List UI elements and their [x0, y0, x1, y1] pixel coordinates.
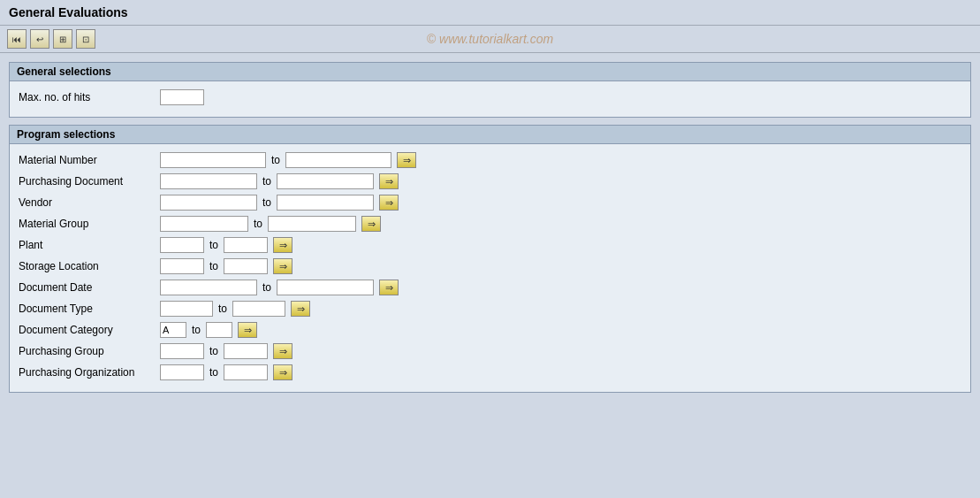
prog-sel-from-4[interactable] — [160, 237, 204, 253]
max-hits-input[interactable] — [160, 89, 204, 105]
prog-sel-from-8[interactable] — [160, 322, 186, 338]
watermark: © www.tutorialkart.com — [427, 32, 553, 46]
to-label-10: to — [209, 366, 218, 379]
prog-sel-label-2: Vendor — [19, 196, 160, 209]
prog-sel-from-9[interactable] — [160, 343, 204, 359]
arrow-btn-4[interactable]: ⇒ — [273, 237, 292, 253]
max-hits-label: Max. no. of hits — [19, 91, 160, 103]
prog-sel-to-1[interactable] — [277, 173, 374, 189]
prog-sel-from-3[interactable] — [160, 216, 248, 232]
arrow-btn-5[interactable]: ⇒ — [273, 258, 292, 274]
prog-sel-label-3: Material Group — [19, 218, 160, 230]
general-selections-body: Max. no. of hits — [10, 81, 970, 117]
to-label-6: to — [262, 281, 271, 294]
arrow-btn-9[interactable]: ⇒ — [273, 343, 292, 359]
prog-sel-from-0[interactable] — [160, 152, 266, 168]
prog-sel-from-7[interactable] — [160, 301, 213, 317]
prog-sel-from-2[interactable] — [160, 195, 257, 211]
arrow-btn-10[interactable]: ⇒ — [273, 364, 292, 380]
prog-sel-label-0: Material Number — [19, 154, 160, 166]
prog-sel-label-5: Storage Location — [19, 260, 160, 272]
prog-sel-row: Vendorto⇒ — [19, 194, 961, 211]
prog-sel-to-7[interactable] — [232, 301, 285, 317]
arrow-btn-6[interactable]: ⇒ — [379, 280, 399, 295]
to-label-4: to — [209, 239, 218, 251]
program-selections-header: Program selections — [10, 126, 970, 144]
to-label-9: to — [209, 345, 218, 357]
prog-sel-label-10: Purchasing Organization — [19, 366, 160, 379]
prog-sel-to-0[interactable] — [285, 152, 391, 168]
arrow-btn-3[interactable]: ⇒ — [361, 216, 381, 232]
prog-sel-label-4: Plant — [19, 239, 160, 251]
toolbar: ⏮ ↩ ⊞ ⊡ © www.tutorialkart.com — [0, 26, 980, 53]
prog-sel-row: Document Typeto⇒ — [19, 300, 961, 318]
prog-sel-row: Purchasing Documentto⇒ — [19, 172, 961, 190]
title-bar: General Evaluations — [0, 0, 980, 26]
arrow-btn-2[interactable]: ⇒ — [379, 195, 399, 211]
to-label-8: to — [192, 324, 201, 336]
arrow-btn-1[interactable]: ⇒ — [379, 173, 399, 189]
toolbar-btn-4[interactable]: ⊡ — [76, 29, 95, 49]
prog-sel-from-1[interactable] — [160, 173, 257, 189]
prog-sel-label-8: Document Category — [19, 324, 160, 336]
arrow-btn-8[interactable]: ⇒ — [238, 322, 257, 338]
prog-sel-to-6[interactable] — [277, 280, 374, 295]
toolbar-btn-3[interactable]: ⊞ — [53, 29, 72, 49]
to-label-0: to — [271, 154, 280, 166]
main-content: General selections Max. no. of hits Prog… — [0, 53, 980, 409]
arrow-btn-7[interactable]: ⇒ — [291, 301, 310, 317]
prog-sel-label-6: Document Date — [19, 281, 160, 294]
toolbar-btn-2[interactable]: ↩ — [30, 29, 49, 49]
arrow-btn-0[interactable]: ⇒ — [397, 152, 416, 168]
general-selections-header: General selections — [10, 63, 970, 81]
general-selections-section: General selections Max. no. of hits — [9, 62, 971, 118]
to-label-7: to — [218, 303, 227, 315]
prog-sel-to-3[interactable] — [268, 216, 356, 232]
prog-sel-label-7: Document Type — [19, 303, 160, 315]
to-label-2: to — [262, 196, 271, 209]
prog-sel-from-10[interactable] — [160, 364, 204, 380]
prog-sel-to-5[interactable] — [224, 258, 268, 274]
prog-sel-row: Material Numberto⇒ — [19, 151, 961, 169]
prog-sel-from-6[interactable] — [160, 280, 257, 295]
prog-sel-to-4[interactable] — [224, 237, 268, 253]
toolbar-btn-1[interactable]: ⏮ — [7, 29, 27, 49]
program-selections-section: Program selections Material Numberto⇒Pur… — [9, 125, 971, 393]
prog-sel-row: Material Groupto⇒ — [19, 215, 961, 233]
prog-sel-to-8[interactable] — [206, 322, 232, 338]
max-hits-row: Max. no. of hits — [19, 88, 961, 106]
prog-sel-label-1: Purchasing Document — [19, 175, 160, 188]
prog-sel-row: Storage Locationto⇒ — [19, 257, 961, 275]
prog-sel-row: Purchasing Organizationto⇒ — [19, 364, 961, 381]
prog-sel-row: Document Categoryto⇒ — [19, 321, 961, 339]
prog-sel-row: Plantto⇒ — [19, 236, 961, 254]
prog-sel-to-2[interactable] — [277, 195, 374, 211]
to-label-3: to — [254, 218, 262, 230]
prog-sel-to-10[interactable] — [224, 364, 268, 380]
program-selections-body: Material Numberto⇒Purchasing Documentto⇒… — [10, 144, 970, 392]
prog-sel-to-9[interactable] — [224, 343, 268, 359]
page-title: General Evaluations — [9, 5, 128, 19]
to-label-5: to — [209, 260, 218, 272]
to-label-1: to — [262, 175, 271, 188]
prog-sel-label-9: Purchasing Group — [19, 345, 160, 357]
prog-sel-row: Document Dateto⇒ — [19, 279, 961, 296]
prog-sel-row: Purchasing Groupto⇒ — [19, 342, 961, 360]
prog-sel-from-5[interactable] — [160, 258, 204, 274]
